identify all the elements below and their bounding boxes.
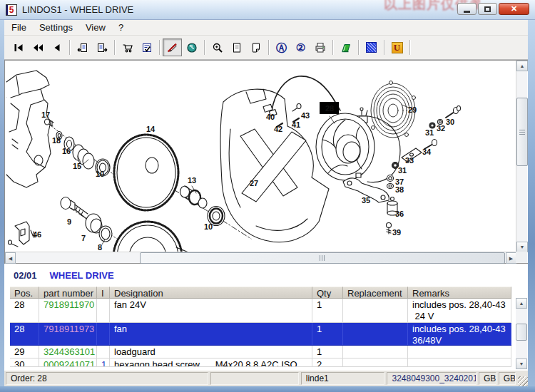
page-portrait-button[interactable] bbox=[227, 38, 246, 56]
page-back-button[interactable] bbox=[73, 38, 92, 56]
cell[interactable]: 2 bbox=[312, 359, 343, 366]
column-header[interactable]: Remarks bbox=[408, 287, 511, 299]
remarks-cell[interactable]: includes pos. 28,40-43 24 V bbox=[408, 299, 511, 322]
maximize-button[interactable] bbox=[478, 3, 497, 15]
part-label[interactable]: 28 bbox=[325, 104, 334, 113]
cell[interactable] bbox=[97, 299, 110, 322]
zoom-icon bbox=[212, 42, 223, 53]
toolbar-separator bbox=[114, 40, 115, 55]
column-header[interactable]: Qty bbox=[312, 287, 343, 299]
cell[interactable]: 1 bbox=[312, 299, 343, 322]
part-label: 36 bbox=[395, 210, 404, 218]
status-document: 3248049300_3240201 bbox=[387, 372, 477, 385]
exploded-parts-drawing: 1718161510141327978461040424143282930323… bbox=[5, 61, 516, 252]
part-label: 9 bbox=[67, 217, 71, 226]
minimize-icon bbox=[464, 11, 470, 13]
zoom-button[interactable] bbox=[208, 38, 227, 56]
table-vertical-scrollbar[interactable]: ▲ ▼ bbox=[516, 298, 527, 369]
cell[interactable]: 0009241071 bbox=[39, 359, 97, 366]
scroll-left-button[interactable]: ◀ bbox=[5, 252, 16, 264]
cell[interactable]: 1 bbox=[312, 323, 343, 345]
part-label: 15 bbox=[73, 162, 81, 170]
cell[interactable]: 28 bbox=[10, 299, 39, 322]
cell[interactable]: 3244363101 bbox=[39, 346, 97, 358]
table-row[interactable]: 287918911970fan 24V1includes pos. 28,40-… bbox=[10, 299, 511, 323]
cart-icon bbox=[122, 42, 133, 53]
cell[interactable] bbox=[97, 323, 110, 345]
assembly-name: WHEEL DRIVE bbox=[50, 270, 114, 281]
table-vscroll-thumb[interactable] bbox=[516, 324, 527, 341]
part-label: 27 bbox=[250, 179, 258, 187]
toolbar-separator bbox=[204, 40, 205, 55]
no-edit-button[interactable] bbox=[163, 38, 182, 56]
scroll-right-button[interactable]: ▶ bbox=[506, 252, 516, 264]
diagram-canvas[interactable]: 1718161510141327978461040424143282930323… bbox=[5, 61, 516, 252]
column-header[interactable]: part number bbox=[39, 287, 97, 299]
remarks-cell[interactable] bbox=[408, 346, 511, 358]
zoom-2x-button[interactable]: ② bbox=[291, 38, 310, 56]
diagram-vertical-scrollbar[interactable]: ▲ ▼ bbox=[516, 61, 527, 252]
cell[interactable]: 28 bbox=[10, 323, 39, 345]
remarks-cell[interactable] bbox=[408, 359, 511, 366]
linde-u-button[interactable]: U bbox=[387, 38, 407, 56]
cell[interactable]: 29 bbox=[10, 346, 39, 358]
cart-button[interactable] bbox=[118, 38, 137, 56]
hotspot-button[interactable] bbox=[362, 38, 381, 56]
cell[interactable] bbox=[343, 299, 408, 322]
remarks-cell[interactable]: includes pos. 28,40-4336/48V bbox=[408, 323, 511, 345]
previous-fast-button[interactable] bbox=[28, 38, 47, 56]
scroll-up-button[interactable]: ▲ bbox=[516, 61, 528, 71]
page-folded-button[interactable] bbox=[246, 38, 265, 56]
clock-button[interactable] bbox=[182, 38, 201, 56]
cell[interactable]: loadguard bbox=[110, 346, 312, 358]
cell[interactable]: 30 bbox=[10, 359, 39, 366]
previous-button[interactable] bbox=[47, 38, 66, 56]
column-header[interactable]: Replacement bbox=[343, 287, 408, 299]
column-header[interactable]: Designation bbox=[110, 287, 312, 299]
circled-2-icon: ② bbox=[296, 42, 305, 53]
cell[interactable] bbox=[343, 359, 408, 366]
cell[interactable] bbox=[97, 346, 110, 358]
cell[interactable]: fan 24V bbox=[110, 299, 312, 322]
column-header[interactable]: Pos. bbox=[10, 287, 39, 299]
table-row[interactable]: 293244363101loadguard1 bbox=[10, 346, 511, 359]
cell[interactable]: hexagon head screw M4x20 8.8 A2C ISO bbox=[110, 359, 312, 366]
diagram-horizontal-scrollbar[interactable]: ◀ ▶ bbox=[5, 252, 516, 263]
cell[interactable] bbox=[343, 323, 408, 345]
table-row[interactable]: 287918911973fan1includes pos. 28,40-4336… bbox=[10, 323, 511, 346]
notes-button[interactable] bbox=[336, 38, 355, 56]
print-button[interactable] bbox=[310, 38, 330, 56]
scroll-left-icon: ◀ bbox=[9, 256, 12, 261]
status-order: Order: 28 bbox=[6, 372, 208, 385]
diagram-hscroll-thumb[interactable] bbox=[140, 252, 505, 264]
cell[interactable]: 1 bbox=[312, 346, 343, 358]
table-row[interactable]: 3000092410711hexagon head screw M4x20 8.… bbox=[10, 359, 511, 367]
scroll-down-button[interactable]: ▼ bbox=[516, 242, 528, 252]
cell[interactable]: fan bbox=[110, 323, 312, 345]
menu-view[interactable]: View bbox=[80, 21, 111, 34]
cell[interactable]: 7918911970 bbox=[39, 299, 97, 322]
menu-help[interactable]: ? bbox=[113, 21, 129, 34]
first-record-button[interactable] bbox=[9, 38, 28, 56]
cell[interactable]: 7918911973 bbox=[39, 323, 97, 345]
zoom-actual-button[interactable]: Ⓐ bbox=[272, 38, 291, 56]
close-button[interactable]: ✕ bbox=[499, 3, 529, 15]
scroll-up-button[interactable]: ▲ bbox=[516, 298, 527, 309]
cell[interactable] bbox=[343, 346, 408, 358]
minimize-button[interactable] bbox=[457, 3, 477, 15]
part-label: 34 bbox=[422, 148, 432, 156]
cell[interactable]: 1 bbox=[97, 359, 110, 366]
column-header[interactable]: I bbox=[97, 287, 110, 299]
resize-grip[interactable] bbox=[518, 376, 528, 386]
circled-a-icon: Ⓐ bbox=[276, 42, 287, 53]
menu-settings[interactable]: Settings bbox=[34, 21, 78, 34]
menu-file[interactable]: File bbox=[6, 21, 32, 34]
page-forward-button[interactable] bbox=[92, 38, 111, 56]
parts-table: Pos.part numberIDesignationQtyReplacemen… bbox=[10, 287, 511, 371]
order-list-button[interactable] bbox=[137, 38, 156, 56]
part-label: 31 bbox=[425, 128, 434, 137]
diagram-vscroll-thumb[interactable] bbox=[516, 98, 528, 166]
order-list-icon bbox=[141, 42, 153, 53]
scroll-down-button[interactable]: ▼ bbox=[516, 359, 527, 369]
table-title: 02/01WHEEL DRIVE bbox=[4, 264, 528, 285]
